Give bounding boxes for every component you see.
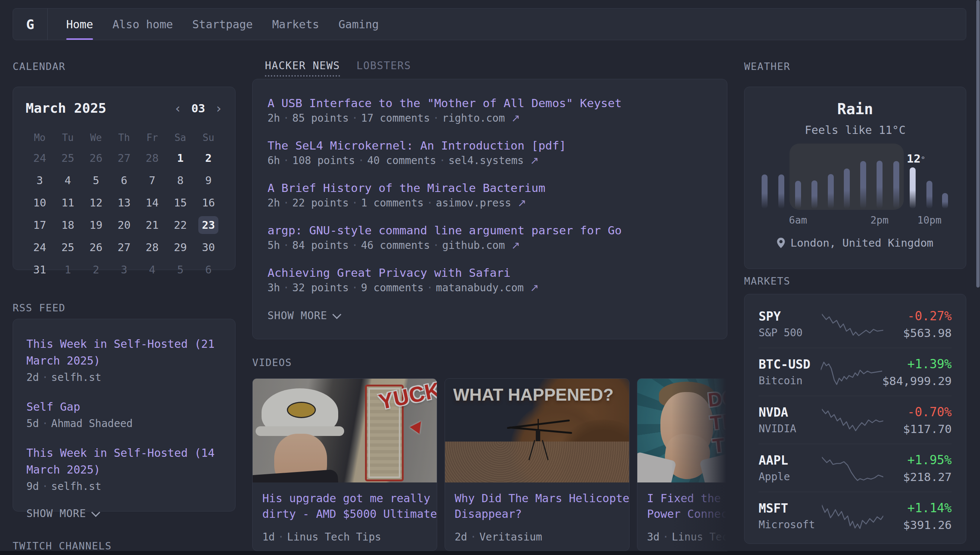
rss-item-title[interactable]: This Week in Self-Hosted (21 March 2025) — [26, 335, 222, 369]
calendar-day[interactable]: 21 — [138, 214, 166, 236]
video-thumbnail[interactable]: YUCK — [253, 379, 437, 483]
calendar-day[interactable]: 13 — [110, 192, 138, 214]
news-item-title[interactable]: A Brief History of the Miracle Bacterium — [268, 181, 712, 194]
calendar-day[interactable]: 16 — [194, 192, 223, 214]
calendar-day[interactable]: 5 — [166, 258, 194, 281]
calendar-day[interactable]: 6 — [194, 258, 223, 281]
calendar-day[interactable]: 4 — [54, 169, 82, 192]
calendar-day[interactable]: 4 — [138, 258, 166, 281]
calendar-day[interactable]: 12 — [82, 192, 110, 214]
market-symbol[interactable]: AAPL — [759, 453, 822, 468]
calendar-day[interactable]: 17 — [26, 214, 54, 236]
calendar-day[interactable]: 8 — [166, 169, 194, 192]
news-tab-lobsters[interactable]: LOBSTERS — [356, 59, 411, 77]
calendar-day[interactable]: 30 — [194, 236, 223, 258]
calendar-day[interactable]: 10 — [26, 192, 54, 214]
market-row[interactable]: SPYS&P 500-0.27%$563.98 — [759, 300, 952, 348]
calendar-day[interactable]: 7 — [138, 169, 166, 192]
calendar-day[interactable]: 18 — [54, 214, 82, 236]
news-item-domain[interactable]: matanabudy.com ↗ — [436, 282, 539, 294]
calendar-day[interactable]: 2 — [194, 147, 223, 169]
news-show-more-button[interactable]: SHOW MORE — [268, 310, 712, 322]
calendar-day[interactable]: 3 — [110, 258, 138, 281]
calendar-day[interactable]: 26 — [82, 147, 110, 169]
meta-text: 22 points — [292, 197, 349, 209]
nav-tab-markets[interactable]: Markets — [272, 8, 319, 40]
calendar-day[interactable]: 20 — [110, 214, 138, 236]
news-item-domain[interactable]: righto.com ↗ — [442, 112, 520, 124]
nav-tab-home[interactable]: Home — [66, 8, 93, 40]
news-tab-hacker-news[interactable]: HACKER NEWS — [265, 59, 340, 77]
calendar-month-number: 03 — [191, 101, 205, 115]
nav-tab-also-home[interactable]: Also home — [112, 8, 173, 40]
market-sparkline — [822, 455, 883, 481]
calendar-day[interactable]: 24 — [26, 147, 54, 169]
calendar-day[interactable]: 19 — [82, 214, 110, 236]
market-row[interactable]: AAPLApple+1.95%$218.27 — [759, 444, 952, 492]
market-symbol[interactable]: MSFT — [759, 501, 822, 516]
video-meta: 3d·Linus Tec — [647, 531, 727, 543]
news-item-domain[interactable]: asimov.press ↗ — [436, 197, 526, 209]
calendar-day[interactable]: 25 — [54, 147, 82, 169]
news-item-title[interactable]: The SeL4 Microkernel: An Introduction [p… — [268, 139, 712, 152]
market-row[interactable]: NVDANVIDIA-0.70%$117.70 — [759, 396, 952, 444]
market-row[interactable]: BTC-USDBitcoin+1.39%$84,999.29 — [759, 348, 952, 396]
calendar-day[interactable]: 6 — [110, 169, 138, 192]
video-title[interactable]: Why Did The Mars HelicopterDisappear? — [455, 491, 619, 522]
calendar-day[interactable]: 23 — [194, 214, 223, 236]
calendar-day[interactable]: 24 — [26, 236, 54, 258]
news-item-title[interactable]: Achieving Great Privacy with Safari — [268, 266, 712, 279]
video-title[interactable]: I Fixed the 5Power Connect — [647, 491, 727, 522]
news-item-title[interactable]: argp: GNU-style command line argument pa… — [268, 223, 712, 237]
news-item-domain[interactable]: github.com ↗ — [442, 239, 520, 252]
page-scrollbar[interactable] — [976, 0, 980, 287]
video-thumbnail[interactable]: WHAT HAPPENED? — [445, 379, 629, 483]
market-row[interactable]: MSFTMicrosoft+1.14%$391.26 — [759, 492, 952, 540]
videos-section-title: VIDEOS — [252, 357, 727, 368]
weather-hourly-chart: 12° — [744, 143, 966, 210]
rss-item-title[interactable]: Self Gap — [26, 398, 222, 415]
nav-tab-startpage[interactable]: Startpage — [192, 8, 253, 40]
market-symbol[interactable]: BTC-USD — [759, 357, 821, 372]
video-title[interactable]: His upgrade got me reallydirty - AMD $50… — [262, 491, 427, 522]
calendar-day[interactable]: 27 — [110, 147, 138, 169]
calendar-day[interactable]: 22 — [166, 214, 194, 236]
meta-text: 2d — [455, 531, 467, 543]
calendar-day[interactable]: 1 — [54, 258, 82, 281]
market-symbol[interactable]: SPY — [759, 309, 822, 324]
calendar-day[interactable]: 5 — [82, 169, 110, 192]
news-item-title[interactable]: A USB Interface to the "Mother of All De… — [268, 96, 712, 110]
calendar-day[interactable]: 11 — [54, 192, 82, 214]
dot-separator: · — [283, 239, 289, 252]
calendar-day[interactable]: 15 — [166, 192, 194, 214]
calendar-day[interactable]: 31 — [26, 258, 54, 281]
news-item-domain[interactable]: sel4.systems ↗ — [448, 154, 539, 167]
calendar-day[interactable]: 14 — [138, 192, 166, 214]
nav-tab-gaming[interactable]: Gaming — [338, 8, 379, 40]
calendar-day[interactable]: 1 — [166, 147, 194, 169]
calendar-day[interactable]: 28 — [138, 147, 166, 169]
news-item: A Brief History of the Miracle Bacterium… — [268, 181, 712, 209]
market-symbol[interactable]: NVDA — [759, 405, 822, 420]
calendar-day[interactable]: 3 — [26, 169, 54, 192]
calendar-day[interactable]: 9 — [194, 169, 223, 192]
calendar-day[interactable]: 29 — [166, 236, 194, 258]
video-thumbnail[interactable]: DOTHT — [637, 379, 727, 483]
dot-separator: · — [283, 154, 289, 167]
calendar-next-icon[interactable]: › — [215, 102, 223, 115]
calendar-day[interactable]: 28 — [138, 236, 166, 258]
app-logo[interactable]: G — [13, 8, 48, 40]
meta-text: selfh.st — [51, 371, 101, 383]
calendar-day[interactable]: 25 — [54, 236, 82, 258]
calendar-day[interactable]: 2 — [82, 258, 110, 281]
calendar-prev-icon[interactable]: ‹ — [174, 102, 181, 115]
dot-separator: · — [351, 197, 358, 209]
calendar-day[interactable]: 26 — [82, 236, 110, 258]
rss-item-title[interactable]: This Week in Self-Hosted (14 March 2025) — [26, 444, 222, 478]
dot-separator: · — [662, 531, 669, 543]
weather-bar — [877, 161, 882, 209]
rss-show-more-button[interactable]: SHOW MORE — [26, 507, 222, 520]
news-item-meta: 5h·84 points·46 comments·github.com ↗ — [268, 239, 712, 252]
calendar-day[interactable]: 27 — [110, 236, 138, 258]
rss-item: This Week in Self-Hosted (14 March 2025)… — [26, 444, 222, 492]
